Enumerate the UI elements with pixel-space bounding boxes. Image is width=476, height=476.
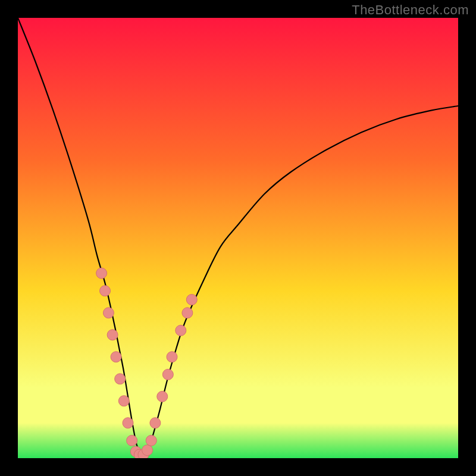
curve-marker (96, 268, 107, 278)
curve-marker (103, 308, 114, 318)
curve-marker (123, 418, 133, 428)
chart-svg (18, 18, 458, 458)
curve-marker (107, 330, 118, 340)
curve-marker (111, 352, 121, 362)
curve-marker (157, 391, 168, 402)
curve-marker (118, 396, 129, 406)
curve-marker (182, 308, 193, 318)
curve-marker (115, 374, 126, 384)
curve-marker (100, 286, 111, 296)
plot-area (18, 18, 458, 458)
curve-marker (162, 369, 173, 380)
curve-marker (142, 445, 153, 456)
chart-stage: TheBottleneck.com (0, 0, 476, 476)
curve-marker (150, 418, 161, 428)
curve-marker (146, 435, 156, 446)
watermark-text: TheBottleneck.com (352, 2, 469, 18)
gradient-bg (18, 18, 458, 458)
curve-marker (176, 325, 186, 336)
curve-marker (127, 435, 137, 446)
curve-marker (167, 352, 177, 362)
curve-marker (186, 295, 197, 305)
